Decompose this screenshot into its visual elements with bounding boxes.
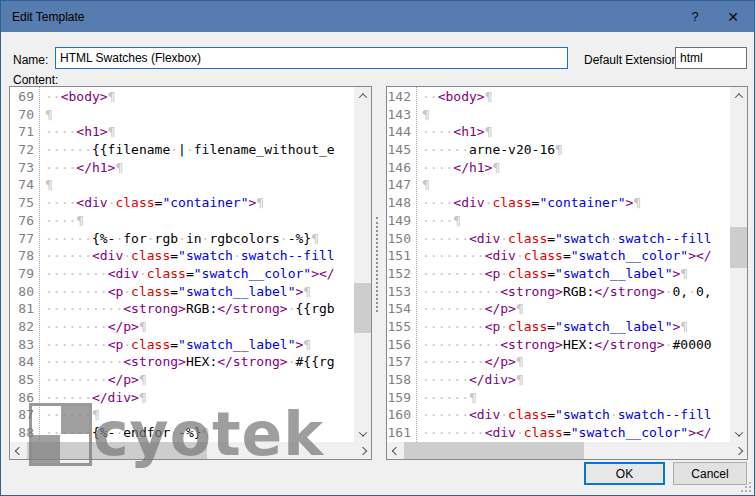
titlebar[interactable]: Edit Template ? ✕ [1, 1, 754, 32]
close-icon: ✕ [727, 9, 739, 25]
code-lines-left[interactable]: ··<body>¶¶····<h1>¶······{{filename·|·fi… [41, 87, 354, 442]
scroll-right-button[interactable] [354, 442, 371, 459]
dialog-title: Edit Template [1, 10, 85, 24]
scroll-right-button[interactable] [730, 442, 747, 459]
name-input[interactable] [55, 47, 568, 69]
horizontal-scroll-thumb[interactable] [27, 442, 207, 459]
default-extension-input[interactable] [675, 47, 747, 69]
resize-grip[interactable] [740, 481, 752, 493]
scroll-left-button[interactable] [10, 442, 27, 459]
chevron-right-icon [734, 446, 742, 454]
scroll-up-button[interactable] [354, 87, 371, 104]
content-label: Content: [13, 73, 58, 87]
scroll-left-button[interactable] [387, 442, 404, 459]
splitter-grip-icon [376, 217, 378, 312]
cancel-button[interactable]: Cancel [673, 462, 747, 485]
scroll-up-button[interactable] [730, 87, 747, 104]
scroll-down-button[interactable] [730, 425, 747, 442]
vertical-scroll-thumb[interactable] [730, 227, 747, 268]
default-extension-label: Default Extension: [584, 53, 681, 67]
help-button[interactable]: ? [676, 1, 714, 32]
chevron-up-icon [358, 93, 366, 101]
vertical-scrollbar-left[interactable] [354, 87, 371, 442]
horizontal-scroll-thumb[interactable] [404, 442, 584, 459]
help-icon: ? [691, 9, 698, 24]
content-editor-right[interactable]: 1421431441451461471481491501511521531541… [386, 86, 748, 460]
vertical-scroll-thumb[interactable] [354, 283, 371, 333]
horizontal-scrollbar-right[interactable] [387, 442, 747, 459]
ok-button[interactable]: OK [584, 462, 665, 485]
chevron-left-icon [14, 446, 22, 454]
content-editor-left[interactable]: 6970717273747576777879808182838485868788… [9, 86, 372, 460]
editor-splitter[interactable] [372, 86, 386, 460]
horizontal-scrollbar-left[interactable] [10, 442, 371, 459]
line-numbers-left: 6970717273747576777879808182838485868788 [10, 87, 40, 442]
chevron-up-icon [734, 93, 742, 101]
vertical-scrollbar-right[interactable] [730, 87, 747, 442]
close-button[interactable]: ✕ [714, 1, 752, 32]
scroll-down-button[interactable] [354, 425, 371, 442]
chevron-right-icon [358, 446, 366, 454]
name-label: Name: [13, 53, 48, 67]
chevron-left-icon [391, 446, 399, 454]
edit-template-dialog: Edit Template ? ✕ Name: Default Extensio… [0, 0, 755, 496]
chevron-down-icon [734, 428, 742, 436]
chevron-down-icon [358, 428, 366, 436]
code-lines-right[interactable]: ··<body>¶¶····<h1>¶······arne-v20-16¶···… [418, 87, 730, 442]
line-numbers-right: 1421431441451461471481491501511521531541… [387, 87, 417, 442]
